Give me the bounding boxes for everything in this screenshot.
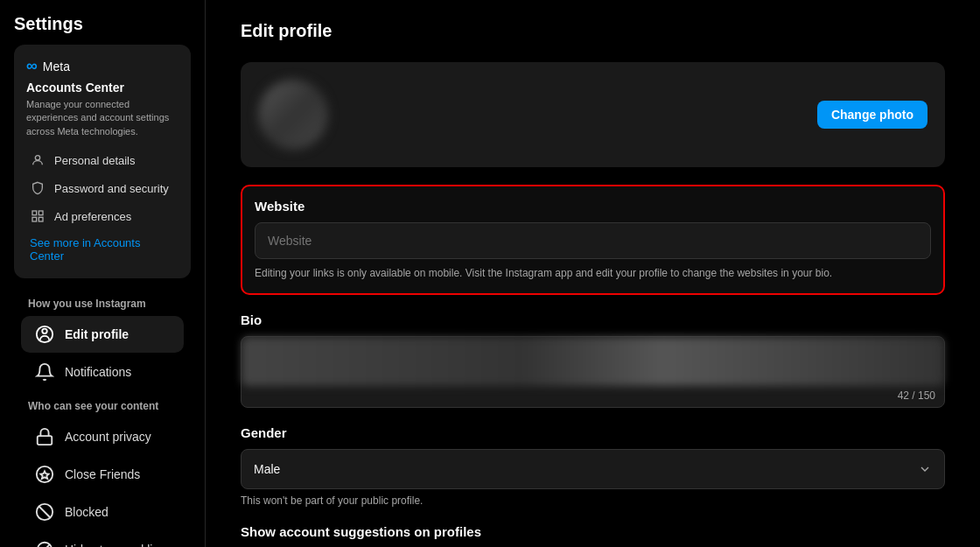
sidebar-item-edit-profile[interactable]: Edit profile [21, 316, 184, 353]
website-section: Website Editing your links is only avail… [241, 185, 945, 295]
sidebar-item-notifications[interactable]: Notifications [21, 354, 184, 390]
ban-icon [35, 502, 54, 522]
sidebar-header: Settings ∞ Meta Accounts Center Manage y… [0, 0, 205, 547]
gender-section: Gender Male This won't be part of your p… [241, 425, 945, 507]
sidebar-item-account-privacy[interactable]: Account privacy [21, 418, 184, 455]
change-photo-button[interactable]: Change photo [817, 101, 928, 129]
sidebar-item-ad-preferences[interactable]: Ad preferences [26, 203, 178, 229]
account-privacy-label: Account privacy [65, 430, 151, 444]
svg-line-11 [39, 507, 51, 518]
meta-name: Meta [43, 60, 70, 74]
accounts-center-links: Personal details Password and security A… [26, 147, 178, 229]
page-title: Edit profile [241, 21, 945, 41]
person-circle-icon [35, 325, 54, 344]
gender-hint: This won't be part of your public profil… [241, 494, 945, 507]
meta-infinity-icon: ∞ [26, 57, 38, 75]
notifications-label: Notifications [65, 365, 131, 379]
website-input[interactable] [255, 222, 931, 259]
svg-marker-9 [40, 472, 48, 480]
sidebar-item-blocked[interactable]: Blocked [21, 494, 184, 530]
meta-logo-row: ∞ Meta [26, 57, 178, 75]
svg-point-8 [37, 466, 52, 482]
bio-label: Bio [241, 312, 945, 327]
close-friends-label: Close Friends [65, 467, 140, 481]
gender-value: Male [254, 462, 280, 476]
svg-rect-4 [38, 218, 43, 222]
bio-counter: 42 / 150 [242, 386, 944, 407]
accounts-center-desc: Manage your connected experiences and ac… [26, 98, 178, 138]
avatar [258, 80, 328, 150]
gender-label: Gender [241, 425, 945, 440]
blocked-label: Blocked [65, 505, 108, 519]
website-hint: Editing your links is only available on … [255, 266, 931, 281]
svg-point-6 [42, 329, 47, 334]
svg-rect-2 [38, 211, 43, 215]
sidebar-item-password-security[interactable]: Password and security [26, 175, 178, 201]
see-more-link[interactable]: See more in Accounts Center [26, 233, 178, 266]
svg-point-0 [35, 156, 39, 160]
bio-section: Bio 42 / 150 [241, 312, 945, 408]
bell-icon [35, 362, 54, 382]
sidebar-item-personal-details[interactable]: Personal details [26, 147, 178, 173]
ad-preferences-label: Ad preferences [54, 210, 131, 223]
svg-rect-7 [38, 436, 52, 445]
accounts-center-card: ∞ Meta Accounts Center Manage your conne… [14, 45, 191, 278]
shield-icon [30, 180, 46, 196]
svg-rect-1 [32, 211, 37, 215]
sidebar: Settings ∞ Meta Accounts Center Manage y… [0, 0, 206, 547]
bio-content-blur [242, 337, 944, 386]
profile-photo-section: Change photo [241, 62, 945, 167]
suggestions-section-label: Show account suggestions on profiles [241, 524, 945, 539]
bio-input-wrap: 42 / 150 [241, 336, 945, 408]
edit-profile-label: Edit profile [65, 327, 129, 341]
main-content: Edit profile Change photo Website Editin… [206, 0, 980, 547]
gender-select[interactable]: Male [241, 449, 945, 489]
how-you-use-label: How you use Instagram [14, 289, 191, 315]
accounts-center-title: Accounts Center [26, 81, 178, 95]
sidebar-item-close-friends[interactable]: Close Friends [21, 456, 184, 493]
svg-rect-3 [32, 218, 37, 222]
lock-icon [35, 427, 54, 446]
password-security-label: Password and security [54, 182, 169, 195]
hide-story-label: Hide story and live [65, 543, 165, 547]
sidebar-item-hide-story[interactable]: Hide story and live [21, 531, 184, 547]
star-circle-icon [35, 465, 54, 484]
ban-circle-icon [35, 540, 54, 547]
chevron-down-icon [918, 462, 932, 476]
settings-title: Settings [14, 14, 191, 34]
person-icon [30, 152, 46, 168]
suggestions-section: Show account suggestions on profiles Sho… [241, 524, 945, 547]
grid-icon [30, 208, 46, 224]
personal-details-label: Personal details [54, 154, 136, 167]
website-label: Website [255, 199, 931, 214]
who-can-see-label: Who can see your content [14, 391, 191, 417]
